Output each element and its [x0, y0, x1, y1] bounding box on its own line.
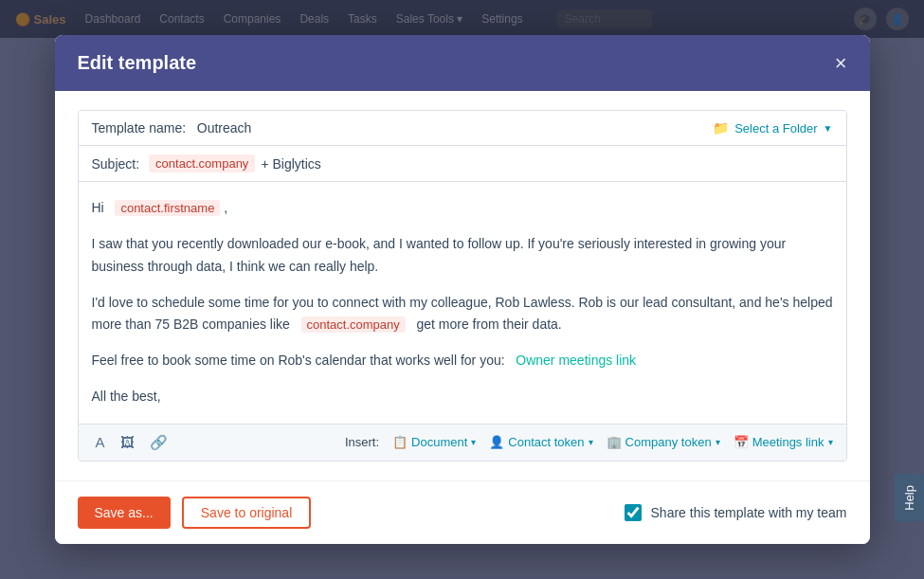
body-p2-suffix: get more from their data. [416, 317, 561, 332]
company-token-btn-label: Company token [625, 435, 712, 449]
insert-link-button[interactable]: 🔗 [146, 432, 172, 453]
meetings-link-btn-label: Meetings link [752, 435, 824, 449]
insert-document-button[interactable]: 📋 Document ▾ [392, 435, 476, 449]
document-btn-label: Document [411, 435, 467, 449]
template-name-value: Outreach [197, 120, 252, 136]
contact-token-btn-label: Contact token [508, 435, 584, 449]
insert-label: Insert: [345, 435, 379, 449]
template-name-label: Template name: [92, 120, 187, 136]
modal-title: Edit template [78, 52, 197, 74]
link-icon: 🔗 [150, 434, 168, 451]
email-body-p3: Feel free to book some time on Rob's cal… [92, 350, 833, 372]
subject-contact-token[interactable]: contact.company [149, 154, 255, 172]
image-icon: 🖼 [120, 434, 135, 450]
modal-footer: Save as... Save to original Share this t… [55, 480, 870, 544]
subject-row: Subject: contact.company + Biglytics [79, 146, 846, 182]
modal-body: Template name: Outreach 📁 Select a Folde… [55, 91, 870, 480]
email-body-p4: All the best, [92, 386, 833, 408]
meetings-icon: 📅 [734, 435, 749, 449]
help-button[interactable]: Help [895, 474, 924, 522]
insert-meetings-link-button[interactable]: 📅 Meetings link ▾ [734, 435, 833, 449]
company-token-chevron-icon: ▾ [716, 437, 720, 447]
contact-token-chevron-icon: ▾ [589, 437, 593, 447]
save-as-button[interactable]: Save as... [78, 497, 171, 529]
modal-header: Edit template × [55, 35, 870, 91]
folder-icon: 📁 [713, 120, 729, 136]
toolbar-format-buttons: A 🖼 🔗 [92, 432, 172, 453]
email-body-p1: I saw that you recently downloaded our e… [92, 233, 833, 279]
document-icon: 📋 [392, 435, 408, 449]
document-chevron-icon: ▾ [471, 437, 476, 447]
insert-image-button[interactable]: 🖼 [117, 432, 138, 452]
contact-icon: 👤 [489, 435, 504, 449]
subject-label: Subject: [92, 156, 140, 172]
text-format-icon: A [96, 434, 105, 450]
template-name-row: Template name: Outreach 📁 Select a Folde… [79, 111, 846, 146]
company-icon: 🏢 [607, 435, 622, 449]
share-checkbox[interactable] [625, 504, 642, 521]
editor-box: Template name: Outreach 📁 Select a Folde… [78, 110, 847, 461]
share-section: Share this template with my team [625, 504, 847, 521]
template-name-text: Template name: Outreach [92, 120, 252, 136]
folder-select-dropdown[interactable]: 📁 Select a Folder ▼ [713, 120, 832, 136]
subject-suffix: + Biglytics [261, 156, 320, 172]
body-p3-prefix: Feel free to book some time on Rob's cal… [92, 353, 505, 368]
email-body-p2: I'd love to schedule some time for you t… [92, 292, 833, 337]
email-body[interactable]: Hi contact.firstname , I saw that you re… [79, 182, 846, 424]
meetings-link-chevron-icon: ▾ [828, 437, 833, 447]
insert-company-token-button[interactable]: 🏢 Company token ▾ [607, 435, 720, 449]
share-label: Share this template with my team [651, 505, 847, 520]
chevron-down-icon: ▼ [824, 123, 833, 134]
format-text-button[interactable]: A [92, 432, 109, 452]
greeting-hi: Hi [92, 200, 104, 215]
editor-toolbar: A 🖼 🔗 Insert: 📋 Document [79, 424, 846, 461]
toolbar-insert-section: Insert: 📋 Document ▾ 👤 Contact token ▾ [345, 435, 833, 449]
body-contact-company-token[interactable]: contact.company [301, 317, 406, 333]
email-greeting: Hi contact.firstname , [92, 197, 833, 220]
greeting-firstname-token[interactable]: contact.firstname [115, 200, 220, 216]
folder-select-label: Select a Folder [734, 121, 817, 136]
save-to-original-button[interactable]: Save to original [182, 497, 312, 529]
modal-overlay: Edit template × Template name: Outreach … [0, 0, 924, 579]
insert-contact-token-button[interactable]: 👤 Contact token ▾ [489, 435, 592, 449]
owner-meetings-link[interactable]: Owner meetings link [516, 353, 636, 368]
close-button[interactable]: × [835, 53, 847, 74]
greeting-comma: , [224, 200, 227, 215]
edit-template-modal: Edit template × Template name: Outreach … [55, 35, 870, 544]
